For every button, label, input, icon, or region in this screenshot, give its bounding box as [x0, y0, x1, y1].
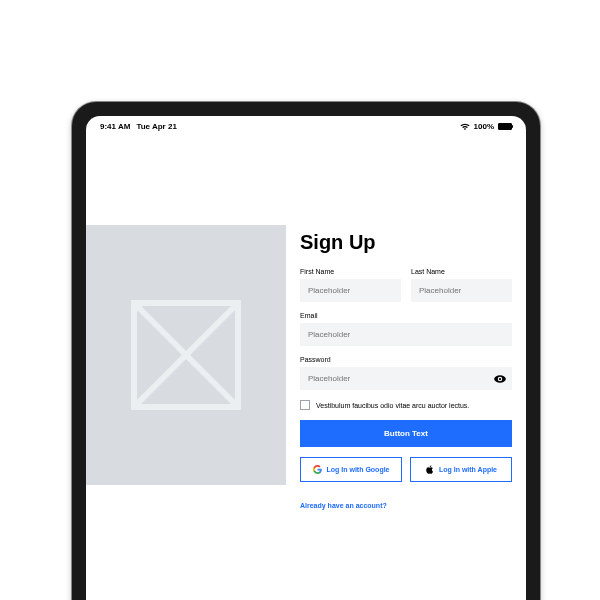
- wifi-icon: [460, 123, 470, 131]
- google-button-label: Log In with Google: [327, 466, 390, 473]
- status-date: Tue Apr 21: [136, 122, 176, 131]
- placeholder-x-icon: [131, 300, 241, 410]
- main-content: Sign Up First Name Last Name Email: [86, 135, 526, 600]
- tablet-device-frame: 9:41 AM Tue Apr 21 100% Sign Up: [72, 102, 540, 600]
- screen: 9:41 AM Tue Apr 21 100% Sign Up: [86, 116, 526, 600]
- google-login-button[interactable]: Log In with Google: [300, 457, 402, 482]
- apple-login-button[interactable]: Log In with Apple: [410, 457, 512, 482]
- password-input[interactable]: [300, 367, 512, 390]
- battery-icon: [498, 123, 512, 130]
- page-title: Sign Up: [300, 231, 512, 254]
- signup-form: Sign Up First Name Last Name Email: [300, 225, 526, 600]
- existing-account-link[interactable]: Already have an account?: [300, 502, 387, 509]
- status-battery-percent: 100%: [474, 122, 494, 131]
- status-time: 9:41 AM: [100, 122, 130, 131]
- image-placeholder: [86, 225, 286, 485]
- apple-button-label: Log In with Apple: [439, 466, 497, 473]
- email-label: Email: [300, 312, 512, 319]
- email-input[interactable]: [300, 323, 512, 346]
- apple-icon: [425, 465, 434, 474]
- last-name-input[interactable]: [411, 279, 512, 302]
- first-name-input[interactable]: [300, 279, 401, 302]
- password-label: Password: [300, 356, 512, 363]
- google-icon: [313, 465, 322, 474]
- status-bar: 9:41 AM Tue Apr 21 100%: [86, 116, 526, 135]
- first-name-label: First Name: [300, 268, 401, 275]
- eye-icon[interactable]: [494, 375, 506, 383]
- terms-checkbox[interactable]: [300, 400, 310, 410]
- last-name-label: Last Name: [411, 268, 512, 275]
- terms-label: Vestibulum faucibus odio vitae arcu auct…: [316, 402, 469, 409]
- submit-button[interactable]: Button Text: [300, 420, 512, 447]
